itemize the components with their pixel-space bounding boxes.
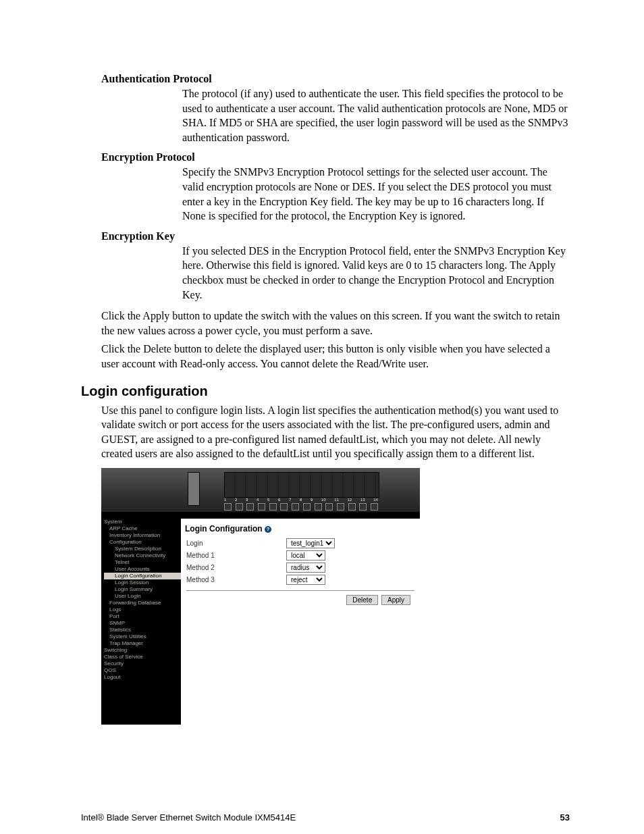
port-strip [224, 472, 379, 498]
nav-system-description[interactable]: System Description [104, 546, 182, 552]
nav-system[interactable]: System [104, 519, 182, 525]
nav-login-configuration[interactable]: Login Configuration [104, 573, 182, 579]
delete-instructions: Click the Delete button to delete the di… [101, 342, 570, 371]
nav-port[interactable]: Port [104, 613, 182, 620]
nav-user-login[interactable]: User Login [104, 593, 182, 600]
label-method2: Method 2 [186, 564, 286, 571]
term-auth-protocol: Authentication Protocol [101, 73, 570, 85]
term-enc-protocol: Encryption Protocol [101, 151, 570, 163]
page-number: 53 [560, 812, 570, 823]
nav-user-accounts[interactable]: User Accounts [104, 566, 182, 573]
select-login[interactable]: test_login1 [286, 538, 335, 548]
panel-main: Login Configuration ? Login test_login1 … [181, 519, 420, 725]
def-auth-protocol: The protocol (if any) used to authentica… [182, 86, 570, 145]
label-method1: Method 1 [186, 552, 286, 559]
login-config-screenshot: 12 34 56 78 910 1112 1314 System ARP Cac… [101, 468, 420, 725]
nav-qos[interactable]: QOS [104, 667, 182, 674]
nav-class-of-service[interactable]: Class of Service [104, 654, 182, 660]
nav-statistics[interactable]: Statistics [104, 627, 182, 633]
device-icon [188, 472, 200, 506]
nav-logs[interactable]: Logs [104, 606, 182, 613]
nav-logout[interactable]: Logout [104, 674, 182, 681]
panel-title: Login Configuration ? [181, 519, 420, 538]
section-intro: Use this panel to configure login lists.… [101, 403, 570, 461]
nav-login-summary[interactable]: Login Summary [104, 586, 182, 593]
nav-inventory[interactable]: Inventory Information [104, 532, 182, 539]
nav-forwarding-database[interactable]: Forwarding Database [104, 600, 182, 606]
nav-trap-manager[interactable]: Trap Manager [104, 640, 182, 647]
delete-button[interactable]: Delete [346, 595, 378, 605]
nav-tree: System ARP Cache Inventory Information C… [101, 519, 182, 681]
label-login: Login [186, 540, 286, 547]
footer-product: Intel® Blade Server Ethernet Switch Modu… [81, 812, 296, 823]
nav-network-connectivity[interactable]: Network Connectivity [104, 552, 182, 559]
nav-security[interactable]: Security [104, 660, 182, 667]
apply-instructions: Click the Apply button to update the swi… [101, 309, 570, 338]
apply-button[interactable]: Apply [381, 595, 410, 605]
nav-login-session[interactable]: Login Session [104, 579, 182, 586]
help-icon[interactable]: ? [265, 526, 271, 533]
def-enc-key: If you selected DES in the Encryption Pr… [182, 244, 570, 302]
device-header: 12 34 56 78 910 1112 1314 [101, 468, 420, 512]
def-enc-protocol: Specify the SNMPv3 Encryption Protocol s… [182, 165, 570, 223]
select-method2[interactable]: radius [286, 563, 325, 573]
nav-system-utilities[interactable]: System Utilities [104, 633, 182, 640]
select-method3[interactable]: reject [286, 575, 325, 585]
port-numbers: 12 34 56 78 910 1112 1314 [224, 498, 378, 502]
term-enc-key: Encryption Key [101, 230, 570, 242]
select-method1[interactable]: local [286, 550, 325, 561]
nav-arp[interactable]: ARP Cache [104, 525, 182, 532]
nav-snmp[interactable]: SNMP [104, 620, 182, 627]
port-indicators [224, 503, 378, 511]
label-method3: Method 3 [186, 576, 286, 583]
nav-telnet[interactable]: Telnet [104, 559, 182, 566]
nav-switching[interactable]: Switching [104, 647, 182, 654]
nav-configuration[interactable]: Configuration [104, 539, 182, 546]
section-heading: Login configuration [81, 384, 570, 399]
